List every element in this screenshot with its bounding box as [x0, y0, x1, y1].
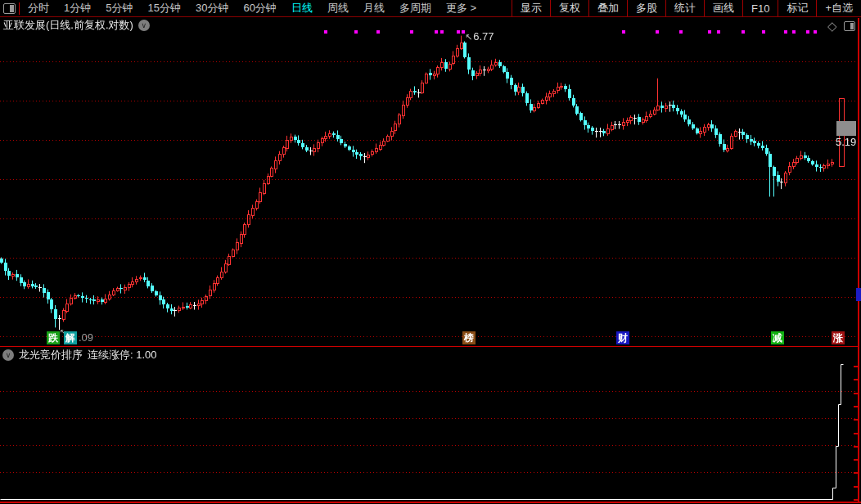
arrow-up-left-icon: ↖ [465, 32, 472, 42]
toolbar-item[interactable]: 多股 [627, 0, 665, 16]
toolbar-menu: 显示复权叠加多股统计画线F10标记+自选 [512, 0, 861, 16]
diamond-icon[interactable]: ◇ [827, 19, 837, 34]
toolbar-item[interactable]: 显示 [512, 0, 550, 16]
menu-item[interactable]: 30分钟 [188, 1, 236, 16]
indicator-header: ∨ 龙光竞价排序 连续涨停: 1.00 [2, 349, 157, 361]
menu-item[interactable]: 1分钟 [56, 1, 98, 16]
low-price-label: .09 [79, 331, 93, 344]
menu-item[interactable]: 分时 [20, 1, 56, 16]
candlestick-chart-canvas[interactable] [0, 0, 861, 504]
stock-title: 亚联发展(日线.前复权.对数) [3, 18, 133, 33]
menu-item[interactable]: 月线 [356, 1, 392, 16]
split-pane-icon[interactable] [844, 21, 855, 31]
toolbar-item[interactable]: F10 [742, 0, 778, 16]
event-badge: 减 [771, 331, 784, 344]
chevron-down-icon[interactable]: ∨ [138, 20, 150, 31]
cutoff-badge [856, 288, 861, 301]
menu-item[interactable]: 更多 > [439, 1, 484, 16]
menu-item[interactable]: 15分钟 [140, 1, 187, 16]
period-menu: 分时1分钟5分钟15分钟30分钟60分钟日线周线月线多周期更多 > [20, 0, 484, 16]
toolbar-item[interactable]: 复权 [550, 0, 588, 16]
event-badge: 榜 [462, 331, 476, 344]
toolbar-item[interactable]: 画线 [704, 0, 742, 16]
current-price-marker [836, 121, 856, 136]
event-badge: 解 [64, 331, 77, 344]
toolbar-item[interactable]: 叠加 [588, 0, 627, 16]
indicator-reading: 连续涨停: 1.00 [88, 348, 157, 362]
peak-price-label: ↖6.77 [465, 30, 494, 43]
event-badge: 涨 [832, 331, 845, 344]
menu-divider [19, 2, 20, 15]
layout-toggle-icon[interactable] [3, 3, 16, 14]
menu-item[interactable]: 周线 [320, 1, 356, 16]
indicator-name[interactable]: 龙光竞价排序 [19, 348, 83, 362]
period-menu-bar: 分时1分钟5分钟15分钟30分钟60分钟日线周线月线多周期更多 > 显示复权叠加… [0, 0, 861, 17]
toolbar-item[interactable]: +自选 [816, 0, 861, 16]
event-badge: 跌 [47, 331, 60, 344]
chevron-down-icon[interactable]: ∨ [2, 349, 14, 361]
menu-item[interactable]: 60分钟 [236, 1, 283, 16]
app-window: 分时1分钟5分钟15分钟30分钟60分钟日线周线月线多周期更多 > 显示复权叠加… [0, 0, 861, 504]
menu-item[interactable]: 5分钟 [98, 1, 140, 16]
menu-item[interactable]: 多周期 [392, 1, 439, 16]
menu-item[interactable]: 日线 [284, 1, 320, 16]
event-badge: 财 [616, 331, 629, 344]
toolbar-item[interactable]: 统计 [665, 0, 704, 16]
toolbar-item[interactable]: 标记 [778, 0, 816, 16]
current-price-label: 5.19 [836, 136, 856, 148]
chart-title-row: 亚联发展(日线.前复权.对数) ∨ [3, 19, 150, 32]
